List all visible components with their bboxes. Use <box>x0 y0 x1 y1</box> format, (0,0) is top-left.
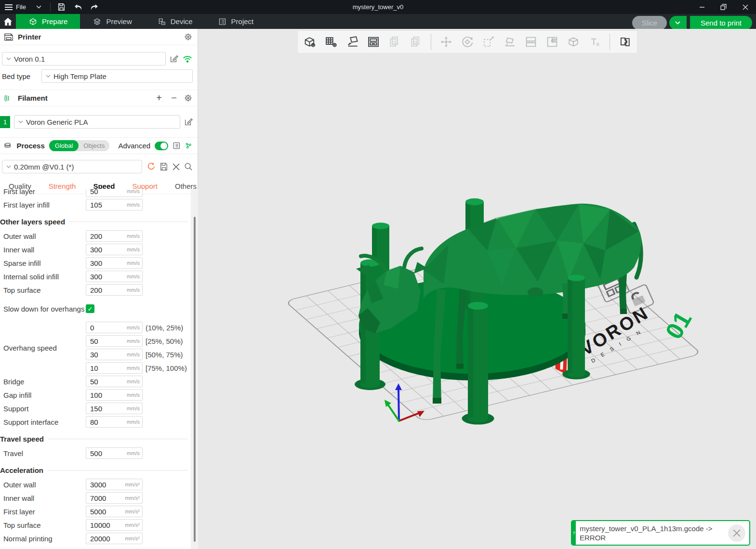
scale-icon[interactable] <box>480 33 497 51</box>
svg-text:a: a <box>596 41 599 47</box>
parameter-table-icon[interactable] <box>185 141 193 150</box>
3d-viewport[interactable]: 0PTa <box>198 29 756 549</box>
setting-input[interactable] <box>86 494 125 502</box>
tab-device[interactable]: Device <box>145 14 205 29</box>
setting-input[interactable] <box>86 508 125 516</box>
setting-input[interactable] <box>86 418 125 426</box>
assembly-icon[interactable] <box>617 33 633 51</box>
scope-objects[interactable]: Objects <box>79 142 109 149</box>
slow-down-overhangs-checkbox[interactable]: ✓ <box>86 304 94 313</box>
cut-icon[interactable] <box>544 33 560 51</box>
remove-filament-button[interactable]: − <box>169 92 179 104</box>
setting-input[interactable] <box>86 201 125 209</box>
printer-name: Voron 0.1 <box>14 55 45 63</box>
rotate-icon[interactable] <box>459 33 476 51</box>
tab-prepare[interactable]: Prepare <box>16 14 80 29</box>
file-menu[interactable]: File <box>0 0 31 14</box>
clear-preset-icon[interactable] <box>172 163 180 170</box>
bed-type-select[interactable]: High Temp Plate <box>41 69 193 83</box>
setting-input[interactable] <box>86 189 125 196</box>
send-options-button[interactable] <box>669 16 687 30</box>
setting-row: Outer wallmm/s <box>3 229 191 243</box>
save-button[interactable] <box>53 0 70 14</box>
setting-input[interactable] <box>86 337 125 345</box>
add-plate-icon[interactable] <box>323 33 339 51</box>
send-to-print-button[interactable]: Send to print <box>690 16 752 30</box>
setting-label: First layer infill <box>3 201 86 209</box>
settings-section-header: Other layers speed <box>0 216 191 227</box>
build-plate-scene[interactable]: VORON D E S I G N 01 <box>198 29 756 549</box>
parameter-list-icon[interactable] <box>172 141 181 150</box>
toast-filename: mystery_tower_v0_PLA_1h13m.gcode -> <box>580 524 724 533</box>
setting-input[interactable] <box>86 246 125 254</box>
filament-slot-badge: 1 <box>0 116 10 128</box>
toolbar-separator <box>431 34 431 50</box>
maximize-button[interactable] <box>713 0 734 14</box>
home-button[interactable] <box>0 14 16 29</box>
process-scope-toggle[interactable]: Global Objects <box>49 140 110 151</box>
search-preset-icon[interactable] <box>184 162 193 171</box>
gcode-error-toast: ? mystery_tower_v0_PLA_1h13m.gcode -> ER… <box>571 520 750 546</box>
arrange-icon[interactable] <box>365 33 382 51</box>
setting-input[interactable] <box>86 324 125 332</box>
move-icon[interactable] <box>438 33 454 51</box>
undo-icon <box>74 4 82 11</box>
add-filament-button[interactable]: + <box>154 92 164 104</box>
lay-on-face-icon[interactable] <box>502 33 518 51</box>
split-to-objects-icon[interactable]: 0 <box>386 33 403 51</box>
split-icon[interactable] <box>523 33 539 51</box>
tab-preview[interactable]: Preview <box>80 14 144 29</box>
setting-unit: mm/s <box>125 365 142 371</box>
printer-select[interactable]: Voron 0.1 <box>2 52 166 65</box>
setting-row: Sparse infillmm/s <box>3 256 191 270</box>
setting-input[interactable] <box>86 364 125 372</box>
setting-input[interactable] <box>86 481 125 489</box>
edit-filament-icon[interactable] <box>184 118 193 126</box>
preview-icon <box>93 17 102 26</box>
printer-settings-gear-icon[interactable] <box>184 32 193 41</box>
setting-input[interactable] <box>86 391 125 399</box>
auto-orient-icon[interactable] <box>344 33 360 51</box>
minimize-button[interactable] <box>691 0 713 14</box>
setting-row: Internal solid infillmm/s <box>3 270 191 283</box>
redo-button[interactable] <box>86 0 103 14</box>
setting-input[interactable] <box>86 535 125 543</box>
setting-input[interactable] <box>86 405 125 413</box>
wifi-icon[interactable] <box>182 55 193 63</box>
setting-input[interactable] <box>86 521 125 529</box>
scope-global[interactable]: Global <box>49 140 79 151</box>
setting-row: Outer wallmm/s² <box>3 478 191 491</box>
edit-printer-icon[interactable] <box>170 54 178 63</box>
tab-project[interactable]: Project <box>205 14 266 29</box>
reset-preset-icon[interactable] <box>146 162 155 171</box>
undo-button[interactable] <box>70 0 86 14</box>
project-icon <box>218 17 227 26</box>
setting-input[interactable] <box>86 259 125 267</box>
setting-row: Inner wallmm/s <box>3 243 191 256</box>
mesh-boolean-icon[interactable] <box>565 33 582 51</box>
settings-scrollbar-thumb[interactable] <box>194 217 196 542</box>
process-preset-select[interactable]: 0.20mm @V0.1 (*) <box>2 160 142 173</box>
save-preset-icon[interactable] <box>159 162 168 171</box>
setting-input[interactable] <box>86 232 125 240</box>
setting-input[interactable] <box>86 449 125 458</box>
close-button[interactable] <box>734 0 756 14</box>
add-model-icon[interactable] <box>302 33 318 51</box>
slice-button[interactable]: Slice <box>632 16 667 30</box>
maximize-icon <box>720 4 727 10</box>
redo-icon <box>90 4 99 11</box>
file-menu-expand[interactable] <box>31 0 47 14</box>
advanced-toggle[interactable] <box>155 142 168 150</box>
setting-label: Inner wall <box>3 494 86 502</box>
setting-input[interactable] <box>86 273 125 281</box>
setting-input[interactable] <box>86 351 125 359</box>
prepare-icon <box>28 17 38 26</box>
filament-select[interactable]: Voron Generic PLA <box>14 115 180 129</box>
split-to-parts-icon[interactable]: P <box>408 33 424 51</box>
toast-close-button[interactable] <box>728 524 745 542</box>
filament-settings-gear-icon[interactable] <box>184 93 193 103</box>
add-text-icon[interactable]: Ta <box>586 33 603 51</box>
setting-input[interactable] <box>86 378 125 386</box>
setting-label: Top surface <box>3 521 86 529</box>
setting-input[interactable] <box>86 286 125 294</box>
